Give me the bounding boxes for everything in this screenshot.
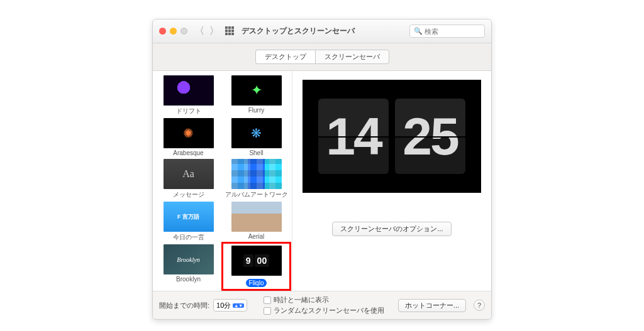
preview-hours: 14 [318, 99, 389, 174]
thumb-message [163, 158, 214, 190]
preview-pane: 14 25 スクリーンセーバのオプション... [292, 71, 491, 291]
screensaver-aerial[interactable]: Aerial [223, 201, 289, 242]
search-icon: 🔍 [414, 27, 423, 35]
thumb-aerial [231, 201, 282, 232]
checkbox-group: 時計と一緒に表示 ランダムなスクリーンセーバを使用 [264, 295, 384, 315]
screensaver-fliqlo[interactable]: 9 00 Fliqlo [223, 244, 289, 289]
footer: 開始までの時間: 10分 ▲▼ 時計と一緒に表示 ランダムなスクリーンセーバを使… [153, 291, 491, 319]
label-flurry: Flurry [223, 107, 289, 114]
show-clock-checkbox[interactable] [264, 296, 271, 304]
show-clock-label: 時計と一緒に表示 [274, 295, 329, 305]
forward-button[interactable]: 〉 [209, 25, 219, 37]
help-button[interactable]: ? [474, 300, 485, 311]
nav-arrows: 〈 〉 [195, 25, 219, 37]
label-fliqlo: Fliqlo [246, 279, 267, 287]
thumb-quote [163, 201, 214, 232]
thumb-flurry [231, 75, 282, 106]
main-content: ドリフト Flurry Arabesque Shell メッセージ アルバムアー… [153, 71, 491, 291]
preview-minutes: 25 [395, 99, 465, 174]
window-title: デスクトップとスクリーンセーバ [242, 26, 355, 36]
start-after-label: 開始までの時間: [159, 301, 209, 310]
random-checkbox[interactable] [264, 307, 271, 315]
screensaver-album[interactable]: アルバムアートワーク [223, 158, 289, 199]
thumb-shell [231, 117, 282, 149]
traffic-lights [159, 28, 187, 35]
search-field[interactable]: 🔍 [409, 24, 485, 38]
screensaver-arabesque[interactable]: Arabesque [155, 117, 221, 156]
label-brooklyn: Brooklyn [155, 276, 221, 283]
label-aerial: Aerial [223, 233, 289, 240]
label-arabesque: Arabesque [155, 149, 221, 156]
thumb-album [231, 158, 282, 190]
preview[interactable]: 14 25 [303, 80, 481, 193]
screensaver-brooklyn[interactable]: Brooklyn [155, 244, 221, 289]
screensaver-drift[interactable]: ドリフト [155, 75, 221, 116]
screensaver-message[interactable]: メッセージ [155, 158, 221, 199]
thumb-fliqlo-minute: 00 [255, 254, 270, 267]
minimize-button[interactable] [170, 28, 177, 35]
screensaver-shell[interactable]: Shell [223, 117, 289, 156]
tab-bar: デスクトップ スクリーンセーバ [153, 43, 491, 71]
start-after-value: 10分 [216, 301, 231, 310]
random-label: ランダムなスクリーンセーバを使用 [274, 306, 384, 315]
stepper-icon: ▲▼ [233, 303, 244, 308]
thumb-arabesque [163, 117, 214, 149]
thumb-fliqlo: 9 00 [231, 245, 282, 276]
options-button[interactable]: スクリーンセーバのオプション... [332, 222, 451, 236]
thumb-drift [163, 75, 214, 106]
zoom-button[interactable] [180, 28, 187, 35]
tab-screensaver[interactable]: スクリーンセーバ [315, 50, 389, 64]
show-all-icon[interactable] [225, 26, 235, 36]
label-shell: Shell [223, 149, 289, 156]
search-input[interactable] [425, 28, 480, 35]
thumb-fliqlo-hour: 9 [243, 254, 253, 267]
hot-corners-button[interactable]: ホットコーナー... [398, 299, 466, 312]
start-after-select[interactable]: 10分 ▲▼ [213, 299, 247, 312]
label-album: アルバムアートワーク [223, 190, 289, 199]
screensaver-list[interactable]: ドリフト Flurry Arabesque Shell メッセージ アルバムアー… [153, 71, 292, 291]
label-message: メッセージ [155, 190, 221, 199]
back-button[interactable]: 〈 [195, 25, 204, 37]
screensaver-flurry[interactable]: Flurry [223, 75, 289, 116]
close-button[interactable] [159, 28, 166, 35]
tab-desktop[interactable]: デスクトップ [255, 50, 315, 64]
titlebar: 〈 〉 デスクトップとスクリーンセーバ 🔍 [153, 19, 491, 43]
prefs-window: 〈 〉 デスクトップとスクリーンセーバ 🔍 デスクトップ スクリーンセーバ ドリ… [152, 19, 492, 320]
label-quote: 今日の一言 [155, 233, 221, 242]
label-drift: ドリフト [155, 107, 221, 116]
screensaver-quote[interactable]: 今日の一言 [155, 201, 221, 242]
thumb-brooklyn [163, 244, 214, 275]
